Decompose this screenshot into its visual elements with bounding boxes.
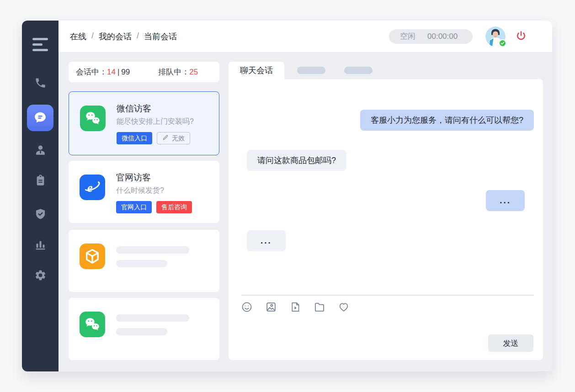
online-check-badge-icon [499, 39, 506, 47]
package-cube-icon [80, 244, 105, 269]
sidebar-item-chat-active[interactable] [27, 105, 53, 131]
stats-separator: | [117, 68, 119, 77]
session-tags: 官网入口 售后咨询 [116, 201, 192, 213]
tab-label: 聊天会话 [240, 65, 273, 76]
browser-icon: e [80, 175, 105, 200]
session-panel: 会话中： 14 | 99 排队中： 25 微信访客 能尽快安排上门安装吗? 微信… [69, 62, 219, 371]
skeleton-line [116, 246, 189, 254]
breadcrumb-current-session[interactable]: 当前会话 [144, 31, 177, 42]
chat-panel: 聊天会话 客服小力为您服务，请问有什么可以帮您? 请问这款商品包邮吗? ... … [229, 62, 543, 360]
session-card-web-visitor[interactable]: e 官网访客 什么时候发货? 官网入口 售后咨询 [69, 161, 219, 223]
status-label: 空闲 [400, 31, 415, 42]
breadcrumb-separator: / [91, 31, 94, 42]
message-row: 客服小力为您服务，请问有什么可以帮您? [229, 110, 543, 131]
send-button[interactable]: 发送 [488, 334, 533, 352]
topbar-right: 空闲 00:00:00 [389, 26, 527, 47]
active-sessions-label: 会话中： [76, 67, 107, 77]
visitor-message-bubble: 请问这款商品包邮吗? [247, 150, 346, 171]
session-title: 官网访客 [116, 172, 151, 184]
tag-web-entry: 官网入口 [116, 201, 152, 213]
topbar: 在线 / 我的会话 / 当前会话 空闲 00:00:00 [59, 21, 552, 53]
avatar[interactable] [485, 26, 506, 47]
message-row: ... [229, 230, 543, 251]
person-icon [34, 144, 47, 158]
app-window: 在线 / 我的会话 / 当前会话 空闲 00:00:00 [22, 21, 552, 371]
clipboard-icon [34, 175, 47, 188]
sidebar-item-reports[interactable] [30, 235, 50, 255]
active-sessions-total: 99 [121, 68, 130, 77]
bar-chart-icon [34, 238, 47, 252]
session-card-wechat-visitor[interactable]: 微信访客 能尽快安排上门安装吗? 微信入口 无效 [69, 91, 219, 155]
session-preview: 什么时候发货? [116, 186, 164, 196]
svg-text:e: e [87, 181, 93, 195]
menu-icon[interactable] [32, 38, 48, 54]
sidebar-item-tasks[interactable] [30, 171, 50, 191]
sidebar-item-settings[interactable] [30, 266, 50, 286]
tab-placeholder[interactable] [297, 67, 325, 74]
favorite-icon[interactable] [337, 301, 350, 313]
breadcrumb-separator: / [137, 31, 139, 42]
agent-typing-bubble: ... [486, 190, 525, 211]
wechat-icon [80, 106, 106, 131]
shield-check-icon [34, 208, 47, 222]
skeleton-line [116, 314, 189, 322]
status-timer: 00:00:00 [427, 32, 458, 41]
composer-toolbar [240, 301, 350, 313]
skeleton-line [116, 328, 167, 335]
image-icon[interactable] [265, 301, 277, 313]
queue-label: 排队中： [158, 67, 189, 77]
tag-wechat-entry: 微信入口 [117, 132, 152, 144]
chat-bubble-icon [33, 111, 47, 126]
session-title: 微信访客 [117, 103, 151, 115]
video-icon[interactable] [289, 301, 301, 313]
session-stats: 会话中： 14 | 99 排队中： 25 [69, 62, 219, 82]
sidebar-item-contacts[interactable] [30, 141, 50, 161]
skeleton-line [116, 260, 167, 267]
composer-divider [241, 295, 534, 296]
power-icon[interactable] [515, 30, 527, 43]
tab-placeholder[interactable] [344, 67, 373, 74]
sidebar-item-security[interactable] [30, 205, 50, 225]
visitor-typing-bubble: ... [247, 230, 286, 251]
sidebar [22, 21, 59, 371]
tab-chat-session[interactable]: 聊天会话 [229, 62, 284, 79]
queue-count: 25 [189, 68, 198, 77]
tag-aftersales: 售后咨询 [156, 201, 192, 213]
message-input[interactable] [240, 318, 478, 356]
agent-status-pill[interactable]: 空闲 00:00:00 [389, 29, 473, 44]
tag-invalid-label: 无效 [172, 134, 185, 143]
folder-icon[interactable] [313, 301, 325, 313]
pencil-icon [162, 134, 169, 142]
active-sessions-count: 14 [107, 68, 116, 77]
session-card-skeleton[interactable] [69, 230, 219, 292]
sidebar-item-calls[interactable] [30, 74, 50, 94]
agent-message-bubble: 客服小力为您服务，请问有什么可以帮您? [360, 110, 534, 131]
session-tags: 微信入口 无效 [117, 132, 190, 144]
tag-invalid-button[interactable]: 无效 [157, 132, 190, 144]
chat-tab-row: 聊天会话 [229, 62, 543, 79]
gear-icon [34, 269, 47, 283]
phone-icon [34, 77, 47, 90]
breadcrumb-my-sessions[interactable]: 我的会话 [99, 31, 132, 42]
emoji-icon[interactable] [240, 301, 253, 313]
session-card-skeleton[interactable] [69, 298, 219, 360]
session-preview: 能尽快安排上门安装吗? [117, 117, 194, 127]
message-row: ... [229, 190, 543, 211]
message-row: 请问这款商品包邮吗? [229, 150, 543, 171]
chat-message-area: 客服小力为您服务，请问有什么可以帮您? 请问这款商品包邮吗? ... ... [229, 79, 543, 360]
breadcrumb: 在线 / 我的会话 / 当前会话 [70, 31, 177, 42]
wechat-icon [80, 312, 105, 337]
breadcrumb-online[interactable]: 在线 [70, 31, 86, 42]
